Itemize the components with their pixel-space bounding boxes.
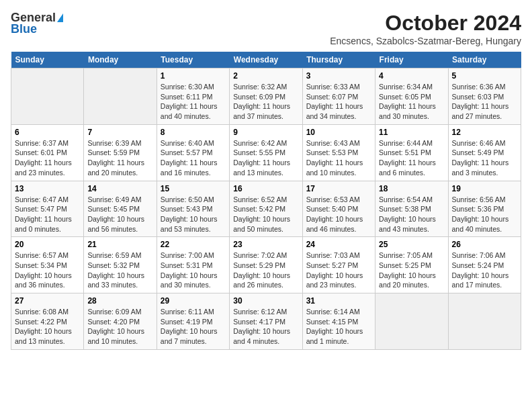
logo: General Blue [11,11,63,36]
day-number: 30 [233,296,298,306]
calendar-day-cell: 15 Sunrise: 6:50 AMSunset: 5:43 PMDaylig… [157,181,229,237]
day-number: 26 [452,240,517,249]
day-number: 11 [379,128,444,137]
day-number: 23 [233,240,298,249]
weekday-header: Friday [375,52,448,68]
calendar-day-cell: 26 Sunrise: 7:06 AMSunset: 5:24 PMDaylig… [448,237,521,293]
calendar-day-cell: 30 Sunrise: 6:12 AMSunset: 4:17 PMDaylig… [230,293,302,350]
day-info: Sunrise: 6:39 AMSunset: 5:59 PMDaylight:… [87,139,144,177]
day-info: Sunrise: 7:05 AMSunset: 5:25 PMDaylight:… [379,251,436,289]
day-info: Sunrise: 6:46 AMSunset: 5:49 PMDaylight:… [452,139,509,177]
calendar-day-cell: 22 Sunrise: 7:00 AMSunset: 5:31 PMDaylig… [157,237,229,293]
calendar-day-cell: 16 Sunrise: 6:52 AMSunset: 5:42 PMDaylig… [230,181,302,237]
day-number: 16 [233,184,298,193]
calendar-day-cell: 5 Sunrise: 6:36 AMSunset: 6:03 PMDayligh… [448,68,521,125]
day-info: Sunrise: 7:00 AMSunset: 5:31 PMDaylight:… [161,251,218,289]
day-info: Sunrise: 6:44 AMSunset: 5:51 PMDaylight:… [379,139,436,177]
calendar-day-cell: 11 Sunrise: 6:44 AMSunset: 5:51 PMDaylig… [375,124,448,181]
day-info: Sunrise: 6:49 AMSunset: 5:45 PMDaylight:… [87,195,144,233]
weekday-header: Monday [84,52,157,68]
calendar-day-cell: 23 Sunrise: 7:02 AMSunset: 5:29 PMDaylig… [230,237,302,293]
calendar-day-cell: 31 Sunrise: 6:14 AMSunset: 4:15 PMDaylig… [302,293,375,350]
calendar-day-cell: 8 Sunrise: 6:40 AMSunset: 5:57 PMDayligh… [157,124,229,181]
day-info: Sunrise: 6:42 AMSunset: 5:55 PMDaylight:… [233,139,290,177]
calendar-day-cell: 1 Sunrise: 6:30 AMSunset: 6:11 PMDayligh… [157,68,229,125]
calendar-day-cell: 9 Sunrise: 6:42 AMSunset: 5:55 PMDayligh… [230,124,302,181]
calendar-day-cell: 10 Sunrise: 6:43 AMSunset: 5:53 PMDaylig… [302,124,375,181]
calendar-day-cell: 29 Sunrise: 6:11 AMSunset: 4:19 PMDaylig… [157,293,229,350]
calendar-week-row: 20 Sunrise: 6:57 AMSunset: 5:34 PMDaylig… [11,237,521,293]
day-info: Sunrise: 6:09 AMSunset: 4:20 PMDaylight:… [87,308,144,345]
day-info: Sunrise: 6:37 AMSunset: 6:01 PMDaylight:… [15,139,72,177]
day-number: 2 [233,71,298,81]
calendar-week-row: 1 Sunrise: 6:30 AMSunset: 6:11 PMDayligh… [11,68,521,125]
day-number: 7 [87,128,152,137]
calendar-day-cell [375,293,448,350]
day-info: Sunrise: 6:57 AMSunset: 5:34 PMDaylight:… [15,251,72,289]
day-info: Sunrise: 7:06 AMSunset: 5:24 PMDaylight:… [452,251,509,289]
day-number: 5 [452,71,517,81]
calendar-day-cell: 21 Sunrise: 6:59 AMSunset: 5:32 PMDaylig… [84,237,157,293]
calendar-week-row: 6 Sunrise: 6:37 AMSunset: 6:01 PMDayligh… [11,124,521,181]
page-title: October 2024 [330,11,521,36]
calendar-day-cell: 18 Sunrise: 6:54 AMSunset: 5:38 PMDaylig… [375,181,448,237]
day-info: Sunrise: 6:50 AMSunset: 5:43 PMDaylight:… [161,195,218,233]
day-number: 13 [15,184,80,193]
page-subtitle: Encsencs, Szabolcs-Szatmar-Bereg, Hungar… [330,36,521,46]
day-info: Sunrise: 6:47 AMSunset: 5:47 PMDaylight:… [15,195,72,233]
calendar-day-cell: 17 Sunrise: 6:53 AMSunset: 5:40 PMDaylig… [302,181,375,237]
day-info: Sunrise: 6:36 AMSunset: 6:03 PMDaylight:… [452,83,509,120]
day-number: 20 [15,240,80,249]
day-number: 31 [306,296,371,306]
calendar-day-cell: 14 Sunrise: 6:49 AMSunset: 5:45 PMDaylig… [84,181,157,237]
page-header: General Blue October 2024 Encsencs, Szab… [11,11,521,46]
day-info: Sunrise: 6:12 AMSunset: 4:17 PMDaylight:… [233,308,290,345]
calendar-week-row: 27 Sunrise: 6:08 AMSunset: 4:22 PMDaylig… [11,293,521,350]
weekday-header: Tuesday [157,52,229,68]
day-info: Sunrise: 6:59 AMSunset: 5:32 PMDaylight:… [87,251,144,289]
calendar-day-cell: 19 Sunrise: 6:56 AMSunset: 5:36 PMDaylig… [448,181,521,237]
day-number: 8 [161,128,226,137]
day-info: Sunrise: 6:34 AMSunset: 6:05 PMDaylight:… [379,83,436,120]
logo-blue: Blue [11,22,37,36]
day-number: 29 [161,296,226,306]
day-info: Sunrise: 6:52 AMSunset: 5:42 PMDaylight:… [233,195,290,233]
day-info: Sunrise: 6:30 AMSunset: 6:11 PMDaylight:… [161,83,218,120]
weekday-header: Wednesday [230,52,302,68]
calendar-day-cell [11,68,84,125]
day-number: 22 [161,240,226,249]
weekday-header: Thursday [302,52,375,68]
day-number: 24 [306,240,371,249]
day-number: 3 [306,71,371,81]
calendar-day-cell: 12 Sunrise: 6:46 AMSunset: 5:49 PMDaylig… [448,124,521,181]
day-info: Sunrise: 7:02 AMSunset: 5:29 PMDaylight:… [233,251,290,289]
day-number: 1 [161,71,226,81]
logo-triangle-icon [57,13,63,22]
calendar-table: SundayMondayTuesdayWednesdayThursdayFrid… [11,52,521,350]
calendar-day-cell: 2 Sunrise: 6:32 AMSunset: 6:09 PMDayligh… [230,68,302,125]
day-info: Sunrise: 7:03 AMSunset: 5:27 PMDaylight:… [306,251,363,289]
calendar-day-cell: 27 Sunrise: 6:08 AMSunset: 4:22 PMDaylig… [11,293,84,350]
day-number: 21 [87,240,152,249]
day-number: 18 [379,184,444,193]
day-number: 27 [15,296,80,306]
day-number: 12 [452,128,517,137]
day-info: Sunrise: 6:56 AMSunset: 5:36 PMDaylight:… [452,195,509,233]
day-info: Sunrise: 6:43 AMSunset: 5:53 PMDaylight:… [306,139,363,177]
calendar-day-cell: 7 Sunrise: 6:39 AMSunset: 5:59 PMDayligh… [84,124,157,181]
day-number: 17 [306,184,371,193]
day-info: Sunrise: 6:11 AMSunset: 4:19 PMDaylight:… [161,308,218,345]
day-number: 15 [161,184,226,193]
weekday-header: Sunday [11,52,84,68]
calendar-day-cell: 3 Sunrise: 6:33 AMSunset: 6:07 PMDayligh… [302,68,375,125]
calendar-day-cell: 20 Sunrise: 6:57 AMSunset: 5:34 PMDaylig… [11,237,84,293]
calendar-header-row: SundayMondayTuesdayWednesdayThursdayFrid… [11,52,521,68]
day-number: 14 [87,184,152,193]
weekday-header: Saturday [448,52,521,68]
day-info: Sunrise: 6:33 AMSunset: 6:07 PMDaylight:… [306,83,363,120]
calendar-day-cell: 6 Sunrise: 6:37 AMSunset: 6:01 PMDayligh… [11,124,84,181]
day-info: Sunrise: 6:32 AMSunset: 6:09 PMDaylight:… [233,83,290,120]
calendar-day-cell [448,293,521,350]
day-number: 6 [15,128,80,137]
calendar-day-cell: 25 Sunrise: 7:05 AMSunset: 5:25 PMDaylig… [375,237,448,293]
